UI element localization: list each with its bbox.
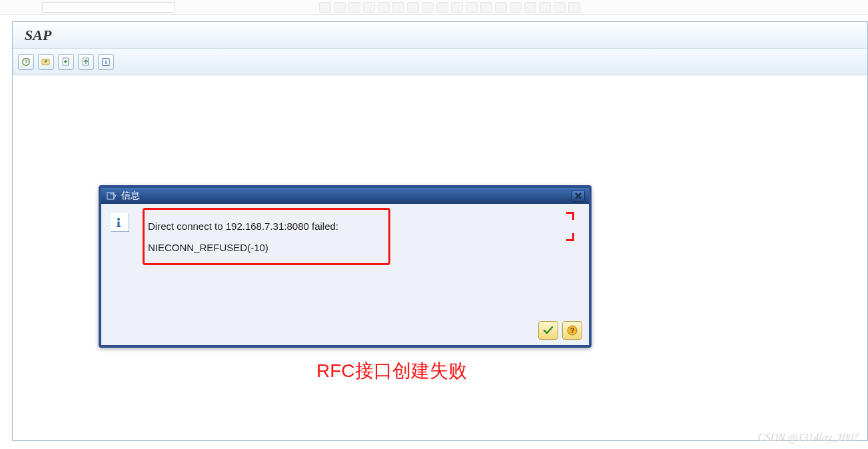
toolbar-faded-icon [422,2,434,13]
svg-rect-7 [117,218,120,221]
toolbar-faded-icon [524,2,536,13]
toolbar-faded-icon [363,2,375,13]
dialog-title-icon [105,190,117,202]
title-bar: SAP [13,22,867,49]
toolbar-faded-icon [539,2,551,13]
clock-refresh-icon[interactable] [18,54,34,70]
dialog-title-text: 信息 [121,190,572,202]
annotation-corner-icon [562,212,574,224]
toolbar-faded-icon [466,2,478,13]
info-badge-icon [111,213,129,232]
toolbar-faded-icon [436,2,448,13]
folder-arrow-icon[interactable] [38,54,54,70]
toolbar-faded-icon [554,2,566,13]
watermark-text: CSDN @1314lay_1007 [758,432,859,444]
toolbar-faded-icon [378,2,390,13]
system-menubar [0,0,868,15]
svg-rect-9 [117,226,121,227]
dialog-message: Direct connect to 192.168.7.31:8080 fail… [148,216,338,258]
annotation-caption: RFC接口创建失败 [316,358,467,384]
close-icon[interactable] [572,190,585,202]
info-dialog: 信息 Direct connect to 192.168.7.31:8080 f… [99,185,592,348]
toolbar-faded-icon [392,2,404,13]
help-button[interactable]: ? [562,321,582,340]
toolbar-faded-icon [348,2,360,13]
dialog-message-line1: Direct connect to 192.168.7.31:8080 fail… [148,216,338,237]
toolbar-faded-icon [568,2,580,13]
info-icon[interactable]: i [98,54,114,70]
toolbar-faded-icon [480,2,492,13]
annotation-corner-icon [562,229,574,241]
dialog-footer: ? [538,321,582,340]
toolbar-faded-icon [334,2,346,13]
ok-button[interactable] [538,321,558,340]
dialog-titlebar[interactable]: 信息 [101,188,589,204]
toolbar-faded-icon [510,2,522,13]
command-field[interactable] [42,2,175,13]
toolbar-faded-icon [319,2,331,13]
doc-plus-icon[interactable] [58,54,74,70]
dialog-body: Direct connect to 192.168.7.31:8080 fail… [101,204,589,345]
toolbar-faded-icon [451,2,463,13]
app-toolbar: i [13,49,867,75]
app-title: SAP [25,27,51,44]
dialog-message-line2: NIECONN_REFUSED(-10) [148,237,338,258]
doc-arrow-icon[interactable] [78,54,94,70]
svg-text:?: ? [570,326,575,334]
toolbar-faded-icon [495,2,507,13]
toolbar-faded-icon [407,2,419,13]
